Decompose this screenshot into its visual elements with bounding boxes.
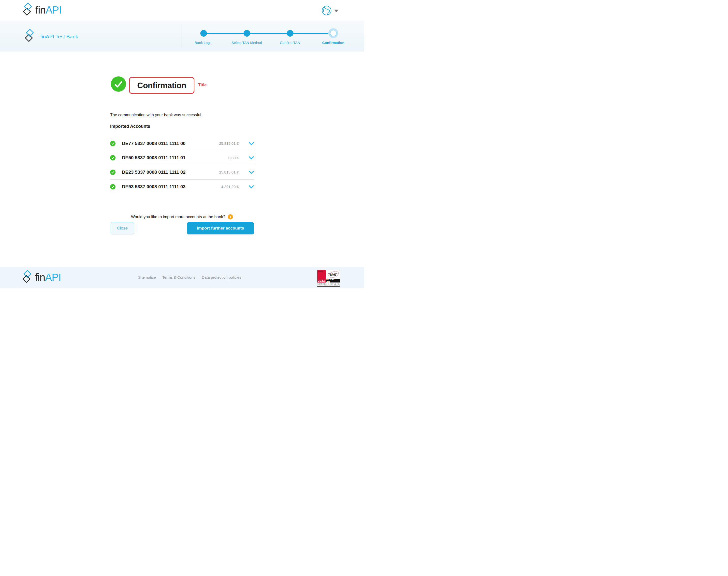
page-title: Confirmation [137,81,186,90]
account-iban: DE93 5337 0008 0111 1111 03 [122,184,186,190]
accounts-heading: Imported Accounts [110,124,150,129]
chevron-down-icon[interactable] [249,156,254,160]
step-select-tan-method: Select TAN Method [225,28,269,45]
account-iban: DE77 5337 0008 0111 1111 00 [122,141,186,146]
link-terms-conditions[interactable]: Terms & Conditions [162,275,195,280]
badge-privacy-label: Privacy [317,270,326,272]
finapi-logo-text: finAPI [35,270,61,285]
badge-copyright: © TÜViT - TÜV NORD GROUP - www.tuvit.de [317,285,340,286]
account-balance: 25.815,01 € [219,170,239,174]
chevron-down-icon [334,9,338,12]
close-button[interactable]: Close [111,222,134,234]
check-icon [110,170,115,175]
language-selector[interactable] [321,5,338,16]
footer: finAPI Site notice Terms & Conditions Da… [0,267,364,288]
bank-name: finAPI Test Bank [40,34,78,39]
tuvit-logo: TÜViT® [326,270,340,279]
step-dot-done [287,30,293,37]
badge-privacy-column: Privacy 2022 [317,270,326,282]
chevron-down-icon[interactable] [249,185,254,189]
link-site-notice[interactable]: Site notice [138,275,156,280]
badge-year: 2022 [317,279,326,282]
step-dot-done [200,30,207,37]
account-balance: 25.815,01 € [219,141,239,145]
step-confirmation: Confirmation [312,28,355,45]
progress-stepper: Bank Login Select TAN Method Confirm TAN… [182,21,364,52]
question-text: Would you like to import more accounts a… [131,214,225,219]
import-more-question: Would you like to import more accounts a… [0,214,364,220]
finapi-logo: finAPI [23,270,61,285]
finapi-logo-icon [23,270,32,285]
badge-trusted-site: Trusted Site [326,279,340,282]
check-icon [110,155,115,161]
account-row: DE50 5337 0008 0111 1111 01 0,00 € [110,151,255,165]
account-row: DE93 5337 0008 0111 1111 03 4.291,20 € [110,180,255,194]
account-iban: DE23 5337 0008 0111 1111 02 [122,170,186,175]
info-icon[interactable]: i [228,214,233,220]
bank-brand: finAPI Test Bank [26,29,78,44]
step-dot-done [244,30,250,37]
title-annotation-box: Confirmation [129,77,194,94]
accounts-list: DE77 5337 0008 0111 1111 00 25.815,01 € … [110,136,255,194]
account-balance: 4.291,20 € [221,184,239,189]
import-further-accounts-button[interactable]: Import further accounts [187,222,254,234]
tuvit-trusted-site-badge[interactable]: Privacy 2022 TÜViT® Trusted Site Certifi… [317,270,340,287]
step-confirm-tan: Confirm TAN [269,28,312,45]
globe-icon [321,5,332,16]
bank-header: finAPI Test Bank Bank Login Select TAN M… [0,21,364,52]
account-iban: DE50 5337 0008 0111 1111 01 [122,155,186,161]
finapi-logo-icon [26,29,35,44]
check-icon [110,141,115,146]
finapi-logo-text: finAPI [35,3,61,18]
finapi-logo: finAPI [24,3,61,18]
chevron-down-icon[interactable] [249,142,254,145]
footer-links: Site notice Terms & Conditions Data prot… [138,267,241,288]
badge-certificate-id: Certificate ID: 5548.22 [317,283,340,285]
chevron-down-icon[interactable] [249,171,254,174]
status-message: The communication with your bank was suc… [110,113,202,117]
account-row: DE77 5337 0008 0111 1111 00 25.815,01 € [110,136,255,151]
link-data-protection[interactable]: Data protection policies [202,275,241,280]
check-icon [110,184,115,190]
success-check-icon [111,77,126,92]
page: finAPI finAPI Test Bank [0,0,364,288]
main-content: Confirmation Title The communication wit… [0,52,364,267]
header: finAPI [0,0,364,21]
step-dot-current [328,28,338,38]
account-row: DE23 5337 0008 0111 1111 02 25.815,01 € [110,165,255,180]
step-bank-login: Bank Login [182,28,225,45]
annotation-label: Title [198,83,207,87]
finapi-logo-icon [24,3,33,18]
account-balance: 0,00 € [228,156,239,160]
